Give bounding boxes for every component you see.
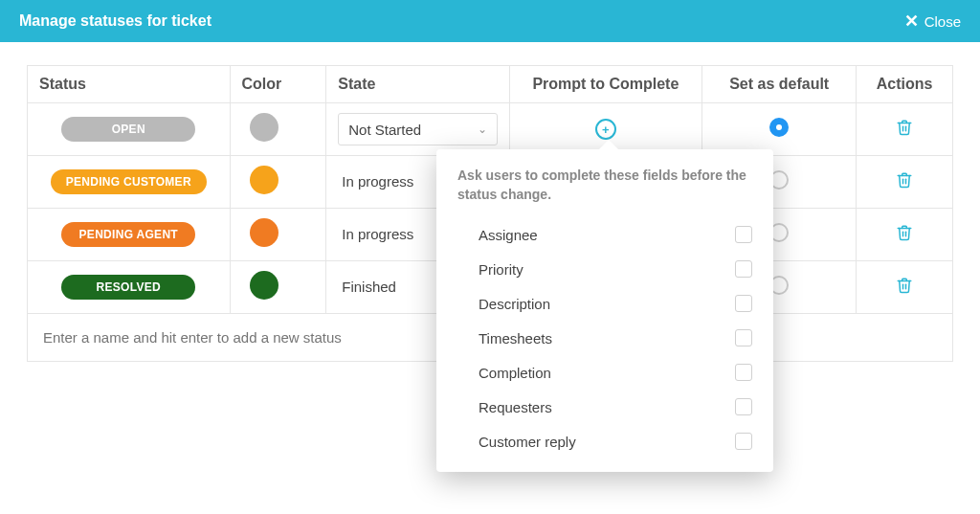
prompt-field-item: Timesheets: [479, 321, 752, 355]
prompt-field-item: Requesters: [479, 390, 752, 424]
field-checkbox[interactable]: [735, 329, 752, 346]
field-checkbox[interactable]: [735, 433, 752, 450]
field-label: Requesters: [479, 399, 552, 415]
state-select[interactable]: Not Started⌄: [338, 113, 497, 145]
prompt-field-item: Assignee: [479, 217, 752, 252]
status-pill[interactable]: RESOLVED: [61, 275, 195, 300]
prompt-field-list: AssigneePriorityDescriptionTimesheetsCom…: [457, 217, 752, 458]
delete-icon[interactable]: [896, 170, 913, 193]
color-swatch[interactable]: [250, 113, 278, 142]
color-swatch[interactable]: [250, 271, 278, 300]
col-header-prompt: Prompt to Complete: [509, 66, 702, 103]
state-value: In progress: [338, 173, 413, 190]
status-pill[interactable]: PENDING CUSTOMER: [51, 169, 207, 194]
col-header-color: Color: [230, 66, 326, 103]
state-value: In progress: [338, 226, 413, 242]
delete-icon[interactable]: [896, 276, 913, 299]
prompt-to-complete-button[interactable]: [595, 119, 616, 140]
field-label: Priority: [479, 261, 523, 278]
default-radio[interactable]: [769, 118, 789, 137]
prompt-field-item: Description: [479, 286, 752, 321]
table-row: OPENNot Started⌄: [28, 103, 953, 156]
close-button[interactable]: ✕ Close: [904, 11, 961, 32]
prompt-popover: Ask users to complete these fields befor…: [436, 149, 773, 472]
delete-icon[interactable]: [896, 118, 913, 141]
modal-header: Manage statuses for ticket ✕ Close: [0, 0, 980, 42]
prompt-field-item: Priority: [479, 252, 752, 286]
close-icon: ✕: [904, 11, 919, 32]
state-value: Finished: [338, 279, 396, 295]
status-pill[interactable]: PENDING AGENT: [61, 222, 195, 247]
field-label: Assignee: [479, 227, 538, 243]
status-pill[interactable]: OPEN: [61, 117, 195, 142]
col-header-status: Status: [28, 66, 231, 103]
delete-icon[interactable]: [896, 223, 913, 246]
col-header-actions: Actions: [857, 66, 953, 103]
state-value: Not Started: [348, 122, 421, 138]
modal-title: Manage statuses for ticket: [19, 12, 212, 30]
color-swatch[interactable]: [250, 218, 278, 247]
popover-description: Ask users to complete these fields befor…: [457, 167, 752, 204]
field-label: Completion: [479, 365, 551, 381]
chevron-down-icon: ⌄: [478, 123, 487, 136]
field-checkbox[interactable]: [735, 364, 752, 381]
field-checkbox[interactable]: [735, 398, 752, 415]
color-swatch[interactable]: [250, 166, 278, 194]
field-label: Description: [479, 296, 550, 312]
col-header-default: Set as default: [702, 66, 857, 103]
field-label: Customer reply: [479, 434, 576, 450]
prompt-field-item: Completion: [479, 355, 752, 390]
field-checkbox[interactable]: [735, 295, 752, 312]
prompt-field-item: Customer reply: [479, 424, 752, 458]
col-header-state: State: [326, 66, 509, 103]
field-label: Timesheets: [479, 330, 552, 346]
field-checkbox[interactable]: [735, 260, 752, 278]
close-label: Close: [924, 13, 961, 30]
field-checkbox[interactable]: [735, 226, 752, 243]
